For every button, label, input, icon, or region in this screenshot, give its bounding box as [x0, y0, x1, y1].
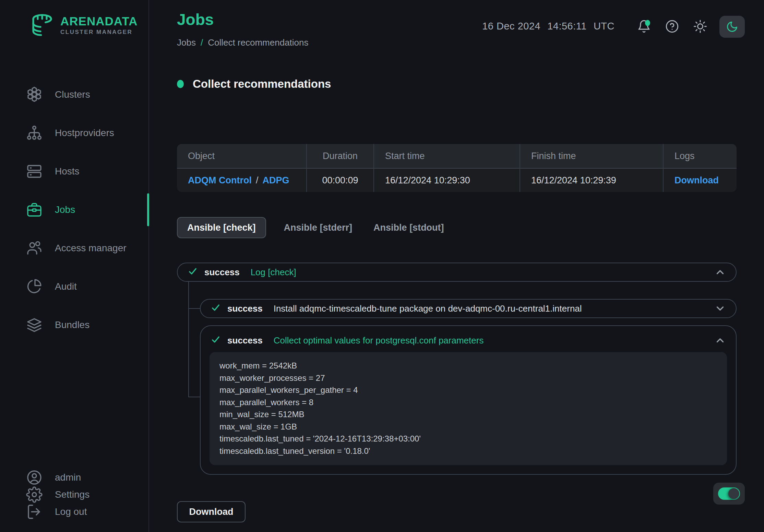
chevron-up-icon [714, 335, 726, 346]
sidebar-item-access-manager[interactable]: Access manager [0, 229, 148, 267]
log-tabs: Ansible [check] Ansible [stderr] Ansible… [177, 217, 737, 238]
gear-icon [26, 486, 43, 503]
bundles-icon [26, 317, 43, 333]
notifications-button[interactable] [635, 16, 653, 37]
tab-ansible-stderr[interactable]: Ansible [stderr] [280, 217, 356, 238]
time-text: 14:56:11 [547, 21, 587, 32]
help-button[interactable] [663, 16, 681, 37]
job-summary-table: Object Duration Start time Finish time L… [177, 144, 737, 192]
log-output: work_mem = 2542kB max_worker_processes =… [210, 352, 727, 465]
sun-icon [693, 20, 707, 33]
logs-download-link[interactable]: Download [675, 175, 719, 186]
success-check-icon [188, 266, 198, 278]
log-line: work_mem = 2542kB [219, 360, 720, 372]
chevron-up-icon [714, 266, 726, 278]
sidebar-item-clusters[interactable]: Clusters [0, 75, 148, 114]
sidebar-item-hosts[interactable]: Hosts [0, 152, 148, 191]
arenadata-logo-icon [29, 12, 56, 38]
sidebar-item-audit[interactable]: Audit [0, 267, 148, 306]
bottom-controls: Download [177, 483, 737, 532]
light-theme-button[interactable] [691, 16, 709, 37]
topbar: Jobs Jobs / Collect recommendations 16 D… [149, 0, 764, 48]
log-line: max_wal_size = 1GB [219, 421, 720, 433]
breadcrumb-separator: / [201, 37, 203, 48]
task-label: Install adqmc-timescaledb-tune package o… [274, 303, 582, 314]
breadcrumb: Jobs / Collect recommendations [177, 37, 309, 48]
app-root: ARENADATA CLUSTER MANAGER Clusters [0, 0, 764, 532]
sidebar-item-label: Hostproviders [55, 128, 114, 138]
sidebar: ARENADATA CLUSTER MANAGER Clusters [0, 0, 149, 532]
cell-object: ADQM Control / ADPG [177, 169, 307, 192]
sidebar-item-label: Jobs [55, 204, 75, 215]
log-check-link[interactable]: Log [check] [251, 267, 296, 278]
success-check-icon [211, 335, 221, 346]
accordion-row-install-package[interactable]: success Install adqmc-timescaledb-tune p… [200, 299, 737, 318]
dark-theme-button[interactable] [719, 16, 745, 38]
sidebar-item-label: Clusters [55, 89, 90, 100]
tab-ansible-check[interactable]: Ansible [check] [177, 217, 266, 238]
collapse-button[interactable] [713, 333, 728, 348]
cell-start-time: 16/12/2024 10:29:30 [374, 169, 520, 192]
tree-connector-vertical [188, 281, 189, 397]
brand-subtitle: CLUSTER MANAGER [60, 29, 138, 36]
column-header-object: Object [177, 144, 307, 169]
log-line: max_parallel_workers_per_gather = 4 [219, 384, 720, 396]
toggle-track [718, 487, 740, 500]
sidebar-item-label: Bundles [55, 319, 89, 330]
breadcrumb-root[interactable]: Jobs [177, 37, 196, 48]
cell-duration: 00:00:09 [307, 169, 374, 192]
accordion-row-log-check[interactable]: success Log [check] [177, 263, 737, 282]
access-manager-icon [26, 240, 43, 256]
sidebar-item-jobs[interactable]: Jobs [0, 191, 148, 229]
accordion-panel-header[interactable]: success Collect optimal values for postg… [201, 331, 736, 350]
column-header-duration: Duration [307, 144, 374, 169]
sidebar-item-bundles[interactable]: Bundles [0, 306, 148, 344]
topbar-actions: 16 Dec 2024 14:56:11 UTC [482, 16, 745, 48]
collect-values-link[interactable]: Collect optimal values for postgresql.co… [274, 335, 484, 346]
accordion-row-collect-values: success Collect optimal values for postg… [200, 325, 737, 475]
tab-ansible-stdout[interactable]: Ansible [stdout] [370, 217, 447, 238]
sidebar-item-label: Access manager [55, 243, 127, 254]
sidebar-nav: Clusters Hostproviders [0, 75, 148, 344]
job-status-dot [177, 80, 184, 88]
brand-text: ARENADATA CLUSTER MANAGER [60, 14, 138, 36]
expand-button[interactable] [713, 301, 728, 316]
sidebar-item-label: Audit [55, 281, 77, 292]
moon-icon [726, 21, 738, 33]
hostproviders-icon [26, 125, 43, 141]
log-line: timescaledb.last_tuned = '2024-12-16T13:… [219, 433, 720, 445]
column-header-start-time: Start time [374, 144, 520, 169]
sidebar-item-hostproviders[interactable]: Hostproviders [0, 114, 148, 152]
sidebar-item-label: Log out [55, 506, 87, 517]
page-title: Jobs [177, 10, 309, 29]
tree-connector-branch-2 [188, 397, 201, 397]
log-line: min_wal_size = 512MB [219, 408, 720, 421]
timezone-text: UTC [594, 21, 614, 32]
job-content: Object Duration Start time Finish time L… [149, 102, 764, 532]
tree-connector-branch-1 [188, 308, 201, 309]
sidebar-item-label: Settings [55, 489, 89, 500]
log-line: max_worker_processes = 27 [219, 372, 720, 384]
status-text: success [204, 267, 240, 278]
hosts-icon [26, 163, 43, 180]
log-line: timescaledb.last_tuned_version = '0.18.0… [219, 445, 720, 457]
log-accordion: success Log [check] success Install adqm… [177, 263, 737, 475]
datetime: 16 Dec 2024 14:56:11 UTC [482, 21, 614, 32]
user-icon [26, 469, 43, 486]
sidebar-item-label: admin [55, 472, 81, 483]
status-text: success [227, 335, 263, 346]
auto-refresh-toggle[interactable] [713, 483, 745, 505]
collapse-button[interactable] [713, 265, 728, 280]
object-link-service[interactable]: ADPG [262, 175, 289, 186]
download-button[interactable]: Download [177, 501, 246, 522]
audit-icon [26, 278, 43, 295]
object-link-cluster[interactable]: ADQM Control [188, 175, 252, 186]
cell-finish-time: 16/12/2024 10:29:39 [520, 169, 664, 192]
date-text: 16 Dec 2024 [482, 21, 540, 32]
job-header: Collect recommendations [177, 77, 764, 90]
help-icon [665, 20, 679, 33]
clusters-icon [26, 86, 43, 103]
job-title: Collect recommendations [193, 77, 331, 90]
brand-name: ARENADATA [60, 14, 138, 28]
success-check-icon [211, 303, 221, 314]
